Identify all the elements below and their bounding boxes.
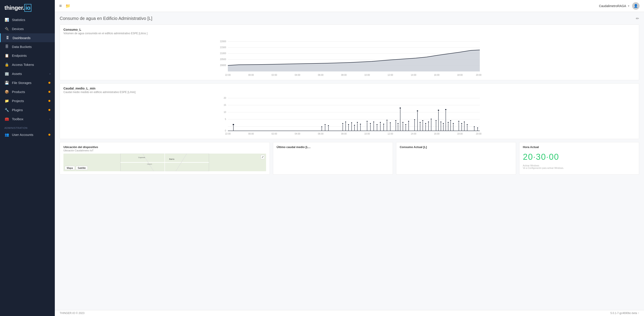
edit-dashboard-icon[interactable]: ✏ (636, 16, 639, 21)
svg-text:10: 10 (224, 111, 226, 113)
sidebar-item-plugins[interactable]: 🔧 Plugins (0, 106, 55, 114)
svg-point-81 (402, 122, 404, 123)
logo-highlight: io (24, 4, 32, 12)
sidebar-item-dashboards[interactable]: 🎛 Dashboards (0, 33, 55, 42)
caudal-chart-svg: 20 15 10 5 0 (64, 96, 636, 136)
svg-point-89 (417, 110, 418, 112)
sidebar-item-label: Devices (12, 27, 24, 31)
svg-marker-11 (228, 50, 480, 72)
map-toolbar: Mapa Satélite (65, 166, 88, 170)
copyright-label: THINGER.IO © 2023 (60, 312, 84, 315)
sidebar-item-endpoints[interactable]: 📋 Endpoints (0, 51, 55, 60)
svg-point-77 (397, 123, 399, 124)
sidebar-item-toolbox[interactable]: 🧰 Toolbox › (0, 114, 55, 124)
svg-text:00:00: 00:00 (248, 132, 254, 135)
svg-point-61 (370, 123, 371, 124)
projects-icon: 📁 (4, 99, 9, 103)
sidebar-item-label: Plugins (12, 108, 23, 112)
svg-text:0: 0 (225, 130, 226, 132)
statistics-icon: 📊 (4, 18, 9, 22)
hamburger-icon[interactable]: ≡ (59, 3, 62, 8)
projects-dot (48, 100, 50, 102)
svg-point-49 (348, 124, 349, 125)
sidebar-item-label: Statistics (12, 18, 25, 22)
sidebar-nav: 📊 Statistics 🔌 Devices 🎛 Dashboards 🗄 Da… (0, 15, 55, 316)
sidebar-item-file-storages[interactable]: 💾 File Storages (0, 78, 55, 87)
svg-point-41 (324, 124, 326, 125)
chart2-title: Caudal_medio_L_min (64, 86, 636, 90)
toolbox-icon: 🧰 (4, 117, 9, 121)
svg-text:22:00: 22:00 (225, 132, 230, 135)
svg-text:15: 15 (224, 104, 226, 106)
avatar[interactable]: 👤 (632, 2, 640, 10)
topbar: ≡ 📁 CaudalimetroRAGA ▼ 👤 (55, 0, 644, 12)
svg-text:02:00: 02:00 (272, 132, 277, 135)
map-svg: Cayanas Ibarra ntaquio (64, 154, 266, 171)
svg-point-101 (435, 120, 437, 121)
svg-text:10:00: 10:00 (364, 132, 370, 135)
svg-point-127 (477, 127, 478, 128)
sidebar-item-user-accounts[interactable]: 👥 User Accounts (0, 130, 55, 139)
map-widget-subtitle: Ubicación Caudalímetro IoT (64, 149, 266, 152)
svg-text:ntaquio: ntaquio (147, 163, 152, 165)
sidebar-item-label: File Storages (12, 81, 32, 85)
user-accounts-icon: 👥 (4, 132, 9, 137)
svg-text:18:00: 18:00 (457, 132, 462, 135)
map-placeholder[interactable]: Cayanas Ibarra ntaquio Mapa Satélite ⤢ (64, 154, 266, 171)
sidebar-item-products[interactable]: 📦 Products (0, 87, 55, 96)
svg-text:18:00: 18:00 (457, 74, 462, 76)
svg-text:12:00: 12:00 (388, 132, 393, 135)
svg-point-123 (466, 124, 468, 125)
svg-point-67 (380, 122, 381, 123)
sidebar-item-statistics[interactable]: 📊 Statistics (0, 15, 55, 24)
svg-text:Cayanas: Cayanas (138, 156, 145, 158)
svg-text:20:00: 20:00 (476, 74, 481, 76)
svg-text:10:00: 10:00 (364, 74, 370, 76)
sidebar-item-access-tokens[interactable]: 🔒 Access Tokens (0, 60, 55, 69)
dashboards-icon: 🎛 (5, 36, 10, 40)
svg-point-87 (414, 119, 415, 120)
user-menu-button[interactable]: CaudalimetroRAGA ▼ (599, 4, 630, 8)
svg-point-99 (430, 118, 432, 120)
chart2-subtitle: Caudal medio medido en edificio administ… (64, 90, 636, 94)
clock-widget-title: Hora Actual (523, 146, 636, 149)
map-widget-title: Ubicación del dispositivo (64, 146, 266, 149)
admin-section-title: Administration (0, 124, 55, 130)
sidebar-item-assets[interactable]: 🏢 Assets › (0, 69, 55, 78)
svg-point-103 (438, 110, 439, 111)
svg-text:00:00: 00:00 (248, 74, 254, 76)
svg-point-65 (376, 124, 378, 125)
svg-text:20·30·00: 20·30·00 (523, 152, 559, 162)
svg-point-43 (328, 125, 329, 126)
svg-text:21000: 21000 (220, 52, 226, 54)
clock-svg: 20·30·00 (523, 150, 567, 162)
svg-text:12:00: 12:00 (388, 74, 393, 76)
sidebar-item-devices[interactable]: 🔌 Devices (0, 24, 55, 33)
user-accounts-dot (48, 134, 50, 136)
page-title: Consumo de agua en Edificio Administrati… (60, 16, 152, 21)
svg-point-63 (373, 121, 374, 123)
consumo-chart-card: Consumo_L Volumen de agua consumido en e… (60, 24, 639, 80)
svg-point-79 (400, 108, 401, 109)
folder-icon[interactable]: 📁 (66, 4, 70, 8)
svg-text:14:00: 14:00 (410, 74, 416, 76)
svg-point-53 (354, 125, 355, 126)
map-mode-button[interactable]: Mapa (65, 166, 75, 170)
satellite-mode-button[interactable]: Satélite (76, 166, 88, 170)
sidebar-item-projects[interactable]: 📁 Projects (0, 96, 55, 106)
svg-point-69 (383, 124, 384, 125)
map-expand-icon[interactable]: ⤢ (260, 155, 265, 159)
main-content: ≡ 📁 CaudalimetroRAGA ▼ 👤 Consumo de agua… (55, 0, 644, 316)
consumo-chart-svg: 22000 21500 21000 20500 20000 22:00 00:0… (64, 37, 636, 77)
svg-point-71 (386, 120, 388, 121)
flow-widget-title: Último caudal medio [L... (277, 146, 389, 149)
svg-text:5: 5 (225, 118, 226, 120)
products-icon: 📦 (4, 90, 9, 94)
sidebar-item-data-buckets[interactable]: 🗄 Data Buckets (0, 42, 55, 51)
sidebar-item-label: Products (12, 90, 25, 94)
svg-point-121 (464, 121, 465, 123)
clock-display: 20·30·00 (523, 150, 636, 164)
widgets-row: Ubicación del dispositivo Ubicación Caud… (60, 142, 639, 174)
svg-point-119 (461, 123, 462, 124)
svg-point-93 (422, 120, 424, 121)
